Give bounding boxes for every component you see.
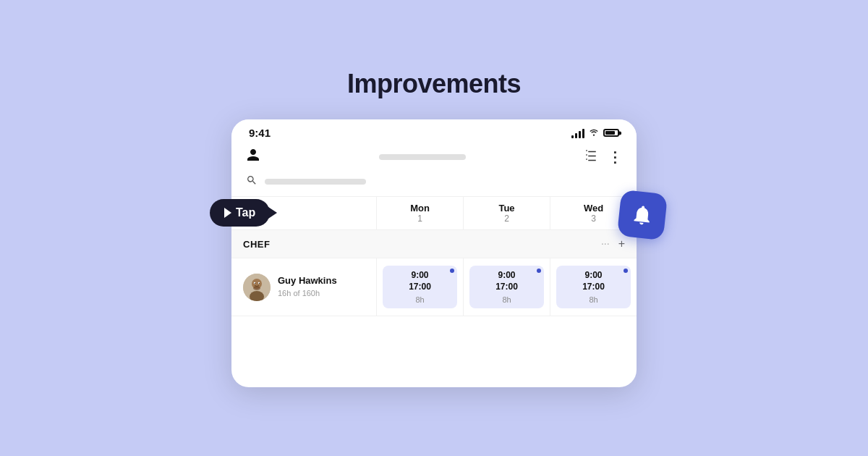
page-title: Improvements	[347, 69, 521, 99]
status-time: 9:41	[249, 127, 271, 139]
shift-time-tue: 9:00 17:00	[477, 270, 537, 292]
svg-point-7	[253, 286, 260, 290]
battery-icon	[603, 129, 619, 137]
phone-mockup-wrapper: Tap 9:41	[231, 119, 637, 387]
day-header-tue: Tue 2	[463, 197, 550, 229]
bell-notification-badge[interactable]	[617, 190, 668, 240]
shift-cell-mon[interactable]: 9:00 17:00 8h	[376, 258, 463, 316]
svg-point-5	[255, 282, 255, 283]
employee-details: Guy Hawkins 16h of 160h	[278, 275, 337, 299]
header-title-bar	[379, 154, 466, 160]
profile-icon[interactable]	[246, 148, 260, 166]
section-dots-menu[interactable]: ···	[601, 237, 610, 250]
shift-time-mon: 9:00 17:00	[390, 270, 450, 292]
shift-badge-mon: 9:00 17:00 8h	[383, 266, 457, 308]
bell-icon	[629, 202, 655, 227]
employee-hours: 16h of 160h	[278, 289, 320, 297]
search-placeholder-bar	[265, 179, 366, 185]
shift-hours-tue: 8h	[477, 295, 537, 304]
shift-hours-wed: 8h	[563, 295, 624, 304]
svg-point-6	[259, 282, 260, 283]
day-headers-row: Mon 1 Tue 2 Wed 3	[231, 197, 637, 230]
wifi-icon	[588, 127, 600, 138]
status-icons	[571, 127, 619, 138]
section-chef-row: CHEF ··· +	[231, 230, 637, 258]
more-options-icon[interactable]: ⋮	[608, 148, 622, 166]
filter-icon[interactable]	[584, 148, 597, 165]
phone-screen: 9:41	[231, 119, 637, 387]
shift-cell-tue[interactable]: 9:00 17:00 8h	[463, 258, 550, 316]
signal-icon	[571, 128, 584, 138]
app-header: ⋮	[231, 143, 637, 170]
shift-cell-wed[interactable]: 9:00 17:00 8h	[550, 258, 637, 316]
status-bar: 9:41	[231, 119, 637, 143]
tap-label: Tap	[236, 206, 255, 219]
shift-hours-mon: 8h	[390, 295, 450, 304]
employee-name: Guy Hawkins	[278, 275, 337, 286]
employee-info: Guy Hawkins 16h of 160h	[231, 265, 376, 310]
search-icon[interactable]	[246, 174, 258, 189]
shift-badge-tue: 9:00 17:00 8h	[469, 266, 544, 308]
tap-bubble[interactable]: Tap	[210, 199, 270, 227]
search-area	[231, 170, 637, 196]
tap-arrow-icon	[224, 208, 231, 218]
add-section-button[interactable]: +	[618, 237, 625, 250]
shift-badge-wed: 9:00 17:00 8h	[556, 266, 631, 308]
section-label: CHEF	[231, 232, 376, 257]
avatar	[243, 274, 271, 301]
schedule-grid: Mon 1 Tue 2 Wed 3 CHEF ··· +	[231, 196, 637, 387]
section-actions: ··· +	[376, 230, 637, 258]
employee-row-guy: Guy Hawkins 16h of 160h 9:00 17:00 8h	[231, 258, 637, 316]
avatar-image	[243, 274, 271, 301]
shift-time-wed: 9:00 17:00	[563, 270, 624, 292]
day-header-mon: Mon 1	[376, 197, 463, 229]
